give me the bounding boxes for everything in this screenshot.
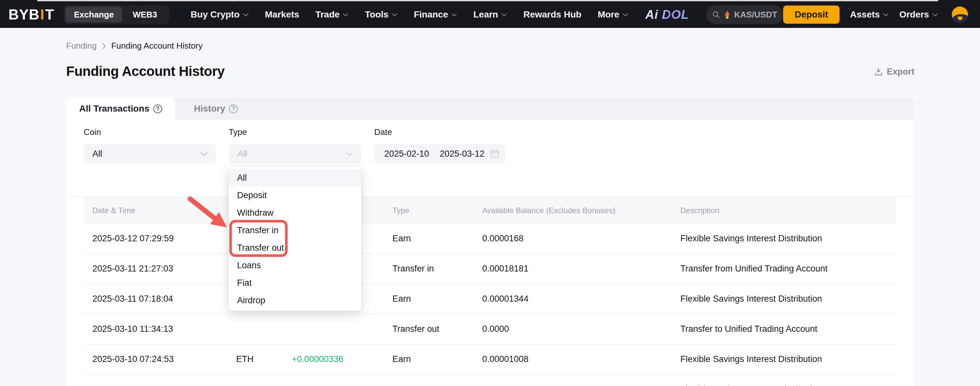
- export-button[interactable]: Export: [873, 67, 915, 77]
- date-to: 2025-03-12: [440, 149, 485, 159]
- dropdown-option-fiat[interactable]: Fiat: [229, 274, 361, 292]
- nav-trade[interactable]: Trade: [315, 10, 349, 20]
- cell-type: Transfer in: [392, 264, 482, 274]
- flame-icon: [724, 10, 731, 20]
- avatar[interactable]: [952, 6, 968, 23]
- type-select[interactable]: All: [229, 144, 361, 163]
- cell-description: Transfer from Unified Trading Account: [680, 264, 896, 274]
- table-row: 2025-03-11 07:18:04 Earn 0.00001344 Flex…: [84, 284, 896, 314]
- funding-history-card: All Transactions ? History ? Coin All Ty…: [66, 97, 914, 386]
- chevron-down-icon: [883, 13, 889, 16]
- bybit-funding-history-screen: BYBIT Exchange WEB3 Buy Crypto Markets T…: [0, 0, 980, 386]
- cell-balance: 0.00001008: [482, 354, 680, 364]
- cell-type: Transfer out: [392, 324, 482, 334]
- coin-filter-label: Coin: [84, 127, 216, 137]
- nav-more[interactable]: More: [598, 10, 628, 20]
- chevron-down-icon: [932, 13, 938, 16]
- cell-coin: ETH: [236, 354, 292, 364]
- browser-tab-strip: [37, 0, 938, 1]
- chevron-down-icon: [622, 13, 628, 16]
- nav-orders[interactable]: Orders: [899, 10, 938, 20]
- table-row: 2025-03-11 21:27:03 Transfer in 0.000181…: [84, 254, 896, 284]
- help-icon[interactable]: ?: [229, 104, 238, 113]
- chevron-down-icon: [243, 13, 249, 16]
- cell-datetime: 2025-03-10 07:24:53: [92, 354, 236, 364]
- coin-filter-group: Coin All: [84, 127, 216, 196]
- chevron-down-icon: [391, 13, 398, 16]
- cell-balance: 0.0000: [482, 324, 680, 334]
- col-header-datetime: Date & Time: [92, 206, 236, 215]
- date-filter-label: Date: [374, 127, 505, 137]
- arrow-right-icon: [434, 151, 434, 156]
- nav-buy-crypto[interactable]: Buy Crypto: [191, 10, 249, 20]
- navbar-icons: [952, 6, 980, 23]
- dropdown-option-transfer-out[interactable]: Transfer out: [229, 239, 361, 257]
- cell-type: Earn: [392, 384, 482, 386]
- table-header-row: Date & Time Type Available Balance (Excl…: [84, 197, 896, 224]
- page-title: Funding Account History: [66, 64, 225, 79]
- search-input[interactable]: KAS/USDT: [706, 5, 783, 24]
- chevron-down-icon: [501, 13, 507, 16]
- toggle-exchange[interactable]: Exchange: [65, 7, 122, 22]
- cell-amount: +0.00000336: [292, 354, 392, 364]
- bybit-logo[interactable]: BYBIT: [8, 6, 54, 23]
- deposit-button[interactable]: Deposit: [783, 5, 840, 24]
- cell-datetime: 2025-03-10 11:34:13: [92, 324, 236, 334]
- col-header-type: Type: [392, 206, 482, 215]
- chevron-down-icon: [200, 152, 208, 156]
- nav-learn[interactable]: Learn: [474, 10, 507, 20]
- cell-description: Flexible Savings Interest Distribution: [680, 384, 896, 386]
- date-range-picker[interactable]: 2025-02-10 2025-03-12: [374, 144, 505, 163]
- nav-finance[interactable]: Finance: [414, 10, 457, 20]
- cell-datetime: 2025-03-09 07:31:54: [92, 384, 236, 386]
- exchange-web3-toggle: Exchange WEB3: [64, 5, 169, 24]
- cell-description: Flexible Savings Interest Distribution: [680, 294, 896, 304]
- table-row: 2025-03-09 07:31:54 ETH +0.00000336 Earn…: [84, 375, 896, 386]
- table-row: 2025-03-10 11:34:13 Transfer out 0.0000 …: [84, 314, 896, 345]
- dropdown-option-airdrop[interactable]: Airdrop: [229, 292, 361, 309]
- tab-history[interactable]: History ?: [175, 97, 238, 120]
- transactions-table: Date & Time Type Available Balance (Excl…: [84, 197, 896, 386]
- date-from: 2025-02-10: [384, 149, 429, 159]
- chevron-down-icon: [342, 13, 348, 16]
- cell-type: Earn: [392, 294, 482, 304]
- chevron-down-icon: [346, 152, 353, 156]
- tab-all-transactions[interactable]: All Transactions ?: [66, 97, 175, 120]
- cell-balance: 0.00018181: [482, 264, 680, 274]
- cell-coin: ETH: [236, 384, 292, 386]
- help-icon[interactable]: ?: [153, 104, 162, 113]
- aidol-logo[interactable]: Ai DOL: [645, 8, 689, 22]
- logo-accent: I: [40, 6, 45, 23]
- dropdown-option-withdraw[interactable]: Withdraw: [229, 204, 361, 222]
- col-header-description: Description: [680, 206, 896, 215]
- cell-balance: 0.0000168: [482, 234, 680, 244]
- search-hot-pair: KAS/USDT: [734, 10, 777, 20]
- nav-tools[interactable]: Tools: [365, 10, 398, 20]
- cell-balance: 0.00000672: [482, 384, 680, 386]
- dropdown-option-all[interactable]: All: [229, 169, 361, 187]
- cell-description: Transfer to Unified Trading Account: [680, 324, 896, 334]
- dropdown-option-loans[interactable]: Loans: [229, 257, 361, 274]
- cell-type: Earn: [392, 234, 482, 244]
- col-header-balance: Available Balance (Excludes Bonuses): [482, 206, 680, 215]
- chevron-right-icon: [102, 43, 106, 49]
- dropdown-option-deposit[interactable]: Deposit: [229, 187, 361, 204]
- type-dropdown-menu: All Deposit Withdraw Transfer in Transfe…: [229, 167, 361, 311]
- nav-markets[interactable]: Markets: [265, 10, 299, 20]
- main-nav: Buy Crypto Markets Trade Tools Finance L…: [191, 10, 628, 20]
- type-filter-label: Type: [229, 127, 361, 137]
- nav-rewards-hub[interactable]: Rewards Hub: [523, 10, 581, 20]
- coin-select[interactable]: All: [84, 144, 216, 163]
- table-row: 2025-03-10 07:24:53 ETH +0.00000336 Earn…: [84, 345, 896, 375]
- date-filter-group: Date 2025-02-10 2025-03-12: [374, 127, 505, 196]
- search-icon: [712, 10, 720, 19]
- breadcrumb-funding-link[interactable]: Funding: [66, 41, 97, 51]
- export-icon: [873, 67, 883, 77]
- breadcrumb-current: Funding Account History: [111, 41, 203, 51]
- nav-assets[interactable]: Assets: [850, 10, 889, 20]
- cell-description: Flexible Savings Interest Distribution: [680, 354, 896, 364]
- toggle-web3[interactable]: WEB3: [122, 7, 168, 22]
- logo-text-2: T: [45, 6, 54, 23]
- cell-datetime: 2025-03-11 07:18:04: [92, 294, 236, 304]
- dropdown-option-transfer-in[interactable]: Transfer in: [229, 222, 361, 239]
